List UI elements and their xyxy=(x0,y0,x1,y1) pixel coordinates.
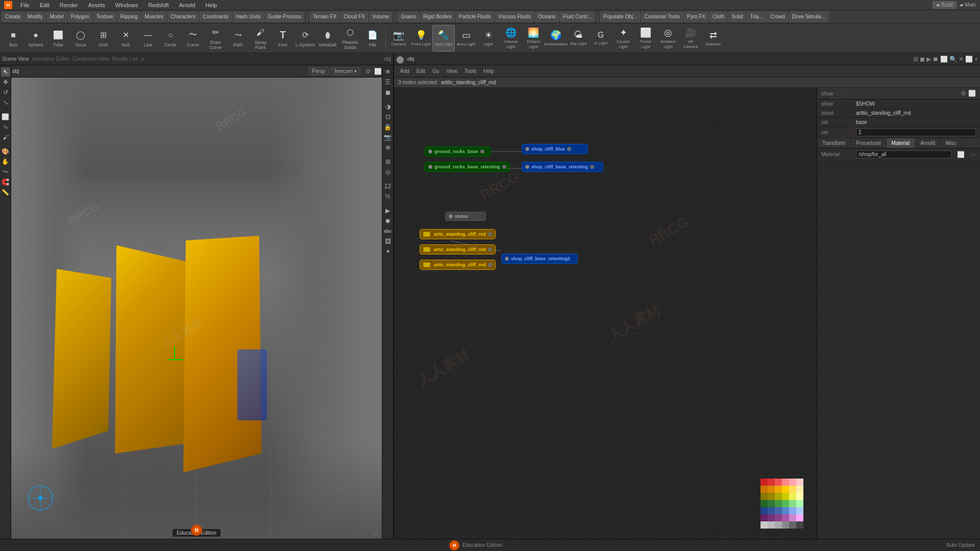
palette-grn5[interactable] xyxy=(789,500,796,507)
btn-rigid-bodies[interactable]: Rigid Bodies xyxy=(420,12,455,22)
palette-blu3[interactable] xyxy=(775,507,782,514)
freecam-button[interactable]: freecam ▾ xyxy=(331,67,360,75)
palette-grn1[interactable] xyxy=(761,500,768,507)
tab-animation-editor[interactable]: Animation Editor xyxy=(32,56,69,62)
tab-composite-view[interactable]: Composite View xyxy=(72,56,109,62)
prim-grid[interactable]: ⊞ Grid xyxy=(92,25,114,52)
btn-oceans[interactable]: Oceans xyxy=(535,12,558,22)
tool-box[interactable]: ⬜ xyxy=(1,112,10,121)
obj-selector-left[interactable]: obj xyxy=(384,56,391,62)
prim-tube[interactable]: ⬜ Tube xyxy=(47,25,69,52)
palette-blu6[interactable] xyxy=(796,507,803,514)
node-artic-cliff-rnd3[interactable]: artic_standing_cliff_rnd xyxy=(420,260,496,270)
rt-shading[interactable]: ◑ xyxy=(383,102,393,111)
prim-platonic[interactable]: ⬡ Platonic Solids xyxy=(339,25,361,52)
light-volume[interactable]: 🌐 Volume Light xyxy=(500,25,522,52)
prim-torus[interactable]: ◯ Torus xyxy=(69,25,92,52)
btn-cloud-fx[interactable]: Cloud FX xyxy=(340,12,368,22)
tool-move[interactable]: ✥ xyxy=(1,78,10,87)
node-shop-cliff-base-ret2[interactable]: shop_cliff_base_retexting2 xyxy=(501,254,578,264)
btn-polygon[interactable]: Polygon xyxy=(68,12,92,22)
prim-draw-curve[interactable]: ✏ Draw Curve xyxy=(204,25,227,52)
ne-add[interactable]: Add xyxy=(398,68,411,74)
light-vr-camera[interactable]: 🎥 VR Camera xyxy=(679,25,702,52)
tab-misc[interactable]: Misc xyxy=(941,138,962,148)
rt-snap[interactable]: ◎ xyxy=(383,167,393,177)
btn-solid[interactable]: Solid xyxy=(728,12,746,22)
node-shop-cliff-base-ret[interactable]: shop_cliff_base_retexting xyxy=(522,162,603,172)
palette-pur2[interactable] xyxy=(768,514,775,521)
right-icon1[interactable]: ⊞ xyxy=(913,56,918,63)
menu-render[interactable]: Render xyxy=(58,2,80,8)
ne-go[interactable]: Go xyxy=(430,68,441,74)
persp-button[interactable]: Persp xyxy=(308,67,329,75)
node-editor-canvas[interactable]: RRCG 人人素材 RRCG 人人素材 ground_rocks_base xyxy=(394,88,817,539)
tab-procedural[interactable]: Procedural xyxy=(851,138,886,148)
light-area[interactable]: ▭ Area Light xyxy=(455,25,477,52)
palette-red6[interactable] xyxy=(796,479,803,486)
palette-grn6[interactable] xyxy=(796,500,803,507)
palette-blu1[interactable] xyxy=(761,507,768,514)
right-plus[interactable]: + xyxy=(974,56,978,63)
btn-viscous-fluids[interactable]: Viscous Fluids xyxy=(495,12,534,22)
ne-help[interactable]: Help xyxy=(481,68,496,74)
light-spot[interactable]: 🔦 Spot Light xyxy=(432,25,455,52)
right-icon3[interactable]: ▶ xyxy=(926,56,931,63)
rt-num2[interactable]: ½ xyxy=(383,192,393,201)
tool-scale[interactable]: ⤡ xyxy=(1,98,10,107)
rt-star[interactable]: ✦ xyxy=(383,247,393,256)
prim-box[interactable]: ■ Box xyxy=(2,25,24,52)
palette-yel1[interactable] xyxy=(761,493,768,500)
build-button[interactable]: ▰ Build xyxy=(933,1,957,9)
rt-abc[interactable]: abc xyxy=(383,227,393,236)
btn-guide-process[interactable]: Guide Process xyxy=(265,12,305,22)
tool-measure[interactable]: 📏 xyxy=(1,188,10,197)
palette-pur4[interactable] xyxy=(782,514,789,521)
palette-org2[interactable] xyxy=(768,486,775,493)
tool-snap[interactable]: 🧲 xyxy=(1,178,10,187)
btn-container-tools[interactable]: Container Tools xyxy=(641,12,682,22)
btn-hash-units[interactable]: Hash Units xyxy=(233,12,264,22)
right-icon2[interactable]: ◼ xyxy=(920,56,925,63)
palette-org1[interactable] xyxy=(761,486,768,493)
light-point[interactable]: 💡 Point Light xyxy=(410,25,432,52)
node-artic-cliff-rnd1[interactable]: artic_standing_cliff_rnd xyxy=(420,229,496,239)
prop-material-input[interactable] xyxy=(856,151,951,158)
tab-material[interactable]: Material xyxy=(887,138,916,148)
btn-fluid-contr[interactable]: Fluid Contr... xyxy=(560,12,595,22)
palette-grn4[interactable] xyxy=(782,500,789,507)
tab-transform[interactable]: Transform xyxy=(817,138,851,148)
light-switcher[interactable]: ⇄ Switcher xyxy=(702,25,724,52)
btn-model[interactable]: Model xyxy=(46,12,66,22)
viewport-canvas[interactable]: RRCG 人人素材 RRCG Education Edition H ⓘ ⊞ xyxy=(11,65,382,539)
tool-pose[interactable]: ✋ xyxy=(1,157,10,166)
tab-bundle-list[interactable]: Bundle List xyxy=(112,56,137,62)
palette-blu4[interactable] xyxy=(782,507,789,514)
menu-arnold[interactable]: Arnold xyxy=(177,2,198,8)
rt-rec[interactable]: ⏺ xyxy=(383,216,393,226)
btn-modify[interactable]: Modify xyxy=(24,12,45,22)
palette-yel2[interactable] xyxy=(768,493,775,500)
tool-paint[interactable]: 🎨 xyxy=(1,147,10,156)
rt-grid[interactable]: ⊞ xyxy=(383,157,393,166)
prop-material-pick[interactable]: ⬜ xyxy=(957,151,965,158)
palette-red4[interactable] xyxy=(782,479,789,486)
prim-circle[interactable]: ○ Circle xyxy=(159,25,182,52)
light-caustic[interactable]: ✦ Caustic Light xyxy=(612,25,634,52)
add-tab-button[interactable]: + xyxy=(141,55,145,63)
palette-pur1[interactable] xyxy=(761,514,768,521)
prim-path[interactable]: ⤳ Path xyxy=(227,25,249,52)
ne-view[interactable]: View xyxy=(444,68,459,74)
btn-particle-fluids[interactable]: Particle Fluids xyxy=(456,12,494,22)
light-ambient[interactable]: ◎ Ambient Light xyxy=(657,25,679,52)
prop-ver-input[interactable] xyxy=(856,129,976,136)
prim-lsystem[interactable]: ⟳ L-System xyxy=(294,25,316,52)
palette-grn3[interactable] xyxy=(775,500,782,507)
ne-edit[interactable]: Edit xyxy=(414,68,427,74)
node-ground-rocks-retexting[interactable]: ground_rocks_base_retexting xyxy=(425,162,510,172)
btn-drive-simula[interactable]: Drive Simula... xyxy=(789,12,828,22)
right-icon6[interactable]: 🔍 xyxy=(949,56,957,63)
rt-display1[interactable]: 👁 xyxy=(383,67,393,77)
palette-gry2[interactable] xyxy=(768,521,775,529)
btn-constraints[interactable]: Constraints xyxy=(200,12,232,22)
